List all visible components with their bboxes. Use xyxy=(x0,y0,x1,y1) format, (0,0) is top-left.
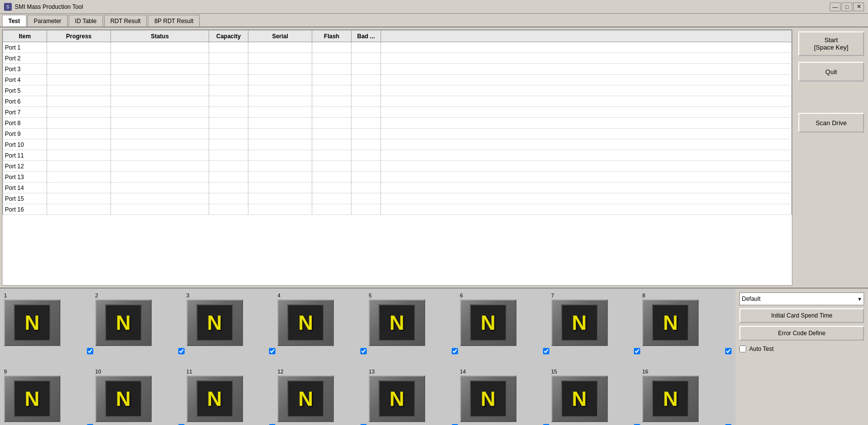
scan-drive-button[interactable]: Scan Drive xyxy=(798,113,864,133)
cell-item: Port 14 xyxy=(3,183,47,193)
window-controls: — □ ✕ xyxy=(830,2,864,11)
port-icon-12[interactable]: N xyxy=(277,375,334,422)
cell-extra xyxy=(381,42,792,53)
port-icon-5[interactable]: N xyxy=(369,299,425,346)
port-icon-inner-15: N xyxy=(561,380,598,417)
cell-extra xyxy=(381,75,792,85)
port-number-13: 13 xyxy=(369,369,375,374)
port-icon-3[interactable]: N xyxy=(187,299,243,346)
port-n-letter-7: N xyxy=(572,311,587,335)
table-row: Port 10 xyxy=(3,139,792,150)
table-row: Port 12 xyxy=(3,161,792,172)
cell-capacity xyxy=(209,118,248,129)
dropdown-wrapper: Default ▼ xyxy=(739,292,864,305)
port-number-1: 1 xyxy=(4,292,7,298)
table-row: Port 2 xyxy=(3,53,792,64)
port-checkbox-1[interactable] xyxy=(87,348,93,354)
maximize-button[interactable]: □ xyxy=(841,2,852,11)
cell-flash xyxy=(312,53,352,64)
cell-bad xyxy=(352,183,381,193)
port-n-letter-13: N xyxy=(389,387,404,411)
port-icon-15[interactable]: N xyxy=(551,375,608,422)
cell-progress xyxy=(47,161,111,172)
cell-extra xyxy=(381,107,792,118)
error-code-define-button[interactable]: Error Code Define xyxy=(739,326,864,341)
tab-test[interactable]: Test xyxy=(2,15,27,27)
cell-progress xyxy=(47,53,111,64)
mode-dropdown[interactable]: Default xyxy=(739,292,864,305)
cell-flash xyxy=(312,96,352,107)
tab-parameter[interactable]: Parameter xyxy=(27,15,68,27)
table-row: Port 13 xyxy=(3,172,792,183)
col-header-item: Item xyxy=(3,30,47,42)
cell-serial xyxy=(248,96,312,107)
cell-item: Port 8 xyxy=(3,118,47,129)
cell-status xyxy=(111,96,209,107)
auto-test-checkbox[interactable] xyxy=(739,345,746,352)
port-number-9: 9 xyxy=(4,369,7,374)
port-icon-11[interactable]: N xyxy=(187,375,243,422)
cell-bad xyxy=(352,118,381,129)
cell-progress xyxy=(47,107,111,118)
port-n-letter-1: N xyxy=(25,311,39,335)
cell-flash xyxy=(312,75,352,85)
close-button[interactable]: ✕ xyxy=(853,2,864,11)
cell-capacity xyxy=(209,193,248,204)
initial-card-spend-time-button[interactable]: Initial Card Spend Time xyxy=(739,308,864,323)
start-button[interactable]: Start [Space Key] xyxy=(798,31,864,56)
cell-serial xyxy=(248,75,312,85)
auto-test-row: Auto Test xyxy=(739,345,864,352)
cell-item: Port 9 xyxy=(3,129,47,139)
cell-capacity xyxy=(209,96,248,107)
tab-8p-rdt-result[interactable]: 8P RDT Result xyxy=(148,15,200,27)
tab-rdt-result[interactable]: RDT Result xyxy=(104,15,147,27)
port-checkbox-5[interactable] xyxy=(452,348,458,354)
port-item-1: 1N xyxy=(4,292,93,367)
table-row: Port 3 xyxy=(3,64,792,75)
cell-capacity xyxy=(209,183,248,193)
table-row: Port 6 xyxy=(3,96,792,107)
port-icon-14[interactable]: N xyxy=(460,375,516,422)
table-row: Port 7 xyxy=(3,107,792,118)
port-checkbox-8[interactable] xyxy=(725,348,732,354)
cell-status xyxy=(111,118,209,129)
cell-bad xyxy=(352,64,381,75)
port-icon-13[interactable]: N xyxy=(369,375,425,422)
table-row: Port 5 xyxy=(3,85,792,96)
port-icon-inner-6: N xyxy=(470,304,507,341)
cell-status xyxy=(111,129,209,139)
port-n-letter-10: N xyxy=(116,387,131,411)
cell-item: Port 11 xyxy=(3,150,47,161)
quit-button[interactable]: Quit xyxy=(798,62,864,81)
cell-serial xyxy=(248,129,312,139)
port-checkbox-3[interactable] xyxy=(269,348,275,354)
port-icon-16[interactable]: N xyxy=(642,375,699,422)
cell-status xyxy=(111,172,209,183)
cell-item: Port 5 xyxy=(3,85,47,96)
cell-capacity xyxy=(209,107,248,118)
cell-item: Port 6 xyxy=(3,96,47,107)
port-icon-6[interactable]: N xyxy=(460,299,516,346)
port-icon-8[interactable]: N xyxy=(642,299,699,346)
cell-capacity xyxy=(209,53,248,64)
port-checkbox-2[interactable] xyxy=(178,348,185,354)
minimize-button[interactable]: — xyxy=(830,2,841,11)
port-n-letter-15: N xyxy=(572,387,587,411)
port-item-15: 15N xyxy=(551,369,641,425)
port-icon-1[interactable]: N xyxy=(4,299,60,346)
port-icon-7[interactable]: N xyxy=(551,299,608,346)
port-icon-9[interactable]: N xyxy=(4,375,60,422)
port-checkbox-7[interactable] xyxy=(634,348,640,354)
port-icon-2[interactable]: N xyxy=(95,299,152,346)
port-icon-4[interactable]: N xyxy=(277,299,334,346)
cell-status xyxy=(111,75,209,85)
cell-item: Port 13 xyxy=(3,172,47,183)
tab-id-table[interactable]: ID Table xyxy=(69,15,103,27)
data-table: Item Progress Status Capacity Serial Fla… xyxy=(2,30,792,215)
port-checkbox-6[interactable] xyxy=(543,348,549,354)
right-bottom-panel: Default ▼ Initial Card Spend Time Error … xyxy=(735,289,868,425)
port-icon-10[interactable]: N xyxy=(95,375,152,422)
cell-flash xyxy=(312,129,352,139)
port-checkbox-4[interactable] xyxy=(360,348,367,354)
cell-extra xyxy=(381,183,792,193)
